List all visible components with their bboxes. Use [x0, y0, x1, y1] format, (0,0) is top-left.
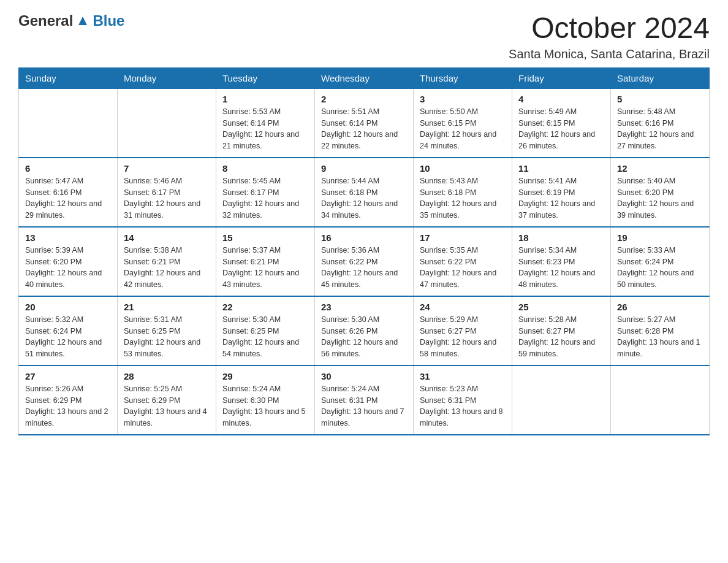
- calendar-cell: 13Sunrise: 5:39 AMSunset: 6:20 PMDayligh…: [19, 227, 118, 296]
- calendar-cell: 29Sunrise: 5:24 AMSunset: 6:30 PMDayligh…: [216, 366, 315, 435]
- day-info: Sunrise: 5:23 AMSunset: 6:31 PMDaylight:…: [420, 383, 506, 429]
- day-number: 8: [222, 163, 308, 174]
- col-monday: Monday: [118, 67, 216, 88]
- day-number: 15: [222, 232, 308, 243]
- day-info: Sunrise: 5:30 AMSunset: 6:26 PMDaylight:…: [321, 314, 407, 360]
- day-info: Sunrise: 5:48 AMSunset: 6:16 PMDaylight:…: [617, 106, 703, 152]
- day-number: 6: [25, 163, 111, 174]
- month-title: October 2024: [509, 12, 710, 45]
- day-number: 31: [420, 371, 506, 381]
- day-info: Sunrise: 5:24 AMSunset: 6:30 PMDaylight:…: [222, 383, 308, 429]
- day-number: 9: [321, 163, 407, 174]
- day-number: 3: [420, 94, 506, 104]
- day-info: Sunrise: 5:29 AMSunset: 6:27 PMDaylight:…: [420, 314, 506, 360]
- calendar-cell: [118, 88, 216, 158]
- col-tuesday: Tuesday: [216, 67, 315, 88]
- calendar-week-1: 1Sunrise: 5:53 AMSunset: 6:14 PMDaylight…: [19, 88, 710, 158]
- logo-triangle-icon: [76, 14, 89, 28]
- calendar-cell: 2Sunrise: 5:51 AMSunset: 6:14 PMDaylight…: [315, 88, 414, 158]
- day-number: 5: [617, 94, 703, 104]
- calendar-cell: 22Sunrise: 5:30 AMSunset: 6:25 PMDayligh…: [216, 296, 315, 366]
- day-number: 23: [321, 302, 407, 312]
- calendar-cell: 24Sunrise: 5:29 AMSunset: 6:27 PMDayligh…: [414, 296, 512, 366]
- day-info: Sunrise: 5:24 AMSunset: 6:31 PMDaylight:…: [321, 383, 407, 429]
- calendar-table: Sunday Monday Tuesday Wednesday Thursday…: [18, 67, 710, 435]
- calendar-cell: 21Sunrise: 5:31 AMSunset: 6:25 PMDayligh…: [118, 296, 216, 366]
- calendar-cell: 30Sunrise: 5:24 AMSunset: 6:31 PMDayligh…: [315, 366, 414, 435]
- calendar-cell: 5Sunrise: 5:48 AMSunset: 6:16 PMDaylight…: [611, 88, 710, 158]
- calendar-cell: [611, 366, 710, 435]
- calendar-cell: 10Sunrise: 5:43 AMSunset: 6:18 PMDayligh…: [414, 158, 512, 227]
- day-info: Sunrise: 5:49 AMSunset: 6:15 PMDaylight:…: [518, 106, 604, 152]
- day-info: Sunrise: 5:47 AMSunset: 6:16 PMDaylight:…: [25, 175, 111, 221]
- day-info: Sunrise: 5:50 AMSunset: 6:15 PMDaylight:…: [420, 106, 506, 152]
- day-info: Sunrise: 5:46 AMSunset: 6:17 PMDaylight:…: [124, 175, 210, 221]
- day-number: 27: [25, 371, 111, 381]
- day-number: 20: [25, 302, 111, 312]
- calendar-week-3: 13Sunrise: 5:39 AMSunset: 6:20 PMDayligh…: [19, 227, 710, 296]
- calendar-cell: 6Sunrise: 5:47 AMSunset: 6:16 PMDaylight…: [19, 158, 118, 227]
- day-info: Sunrise: 5:53 AMSunset: 6:14 PMDaylight:…: [222, 106, 308, 152]
- col-sunday: Sunday: [19, 67, 118, 88]
- day-info: Sunrise: 5:27 AMSunset: 6:28 PMDaylight:…: [617, 314, 703, 360]
- day-info: Sunrise: 5:35 AMSunset: 6:22 PMDaylight:…: [420, 245, 506, 291]
- day-info: Sunrise: 5:33 AMSunset: 6:24 PMDaylight:…: [617, 245, 703, 291]
- day-number: 19: [617, 232, 703, 243]
- day-info: Sunrise: 5:44 AMSunset: 6:18 PMDaylight:…: [321, 175, 407, 221]
- day-info: Sunrise: 5:34 AMSunset: 6:23 PMDaylight:…: [518, 245, 604, 291]
- day-number: 11: [518, 163, 604, 174]
- calendar-cell: 4Sunrise: 5:49 AMSunset: 6:15 PMDaylight…: [512, 88, 611, 158]
- day-info: Sunrise: 5:36 AMSunset: 6:22 PMDaylight:…: [321, 245, 407, 291]
- day-number: 26: [617, 302, 703, 312]
- calendar-cell: 27Sunrise: 5:26 AMSunset: 6:29 PMDayligh…: [19, 366, 118, 435]
- day-info: Sunrise: 5:43 AMSunset: 6:18 PMDaylight:…: [420, 175, 506, 221]
- calendar-cell: 26Sunrise: 5:27 AMSunset: 6:28 PMDayligh…: [611, 296, 710, 366]
- day-info: Sunrise: 5:40 AMSunset: 6:20 PMDaylight:…: [617, 175, 703, 221]
- col-saturday: Saturday: [611, 67, 710, 88]
- calendar-cell: 12Sunrise: 5:40 AMSunset: 6:20 PMDayligh…: [611, 158, 710, 227]
- day-number: 2: [321, 94, 407, 104]
- calendar-week-5: 27Sunrise: 5:26 AMSunset: 6:29 PMDayligh…: [19, 366, 710, 435]
- calendar-cell: 14Sunrise: 5:38 AMSunset: 6:21 PMDayligh…: [118, 227, 216, 296]
- day-number: 29: [222, 371, 308, 381]
- day-info: Sunrise: 5:41 AMSunset: 6:19 PMDaylight:…: [518, 175, 604, 221]
- calendar-cell: 15Sunrise: 5:37 AMSunset: 6:21 PMDayligh…: [216, 227, 315, 296]
- calendar-header-row: Sunday Monday Tuesday Wednesday Thursday…: [19, 67, 710, 88]
- day-number: 7: [124, 163, 210, 174]
- calendar-cell: 17Sunrise: 5:35 AMSunset: 6:22 PMDayligh…: [414, 227, 512, 296]
- logo-blue-text: Blue: [93, 12, 124, 29]
- calendar-cell: 11Sunrise: 5:41 AMSunset: 6:19 PMDayligh…: [512, 158, 611, 227]
- day-number: 17: [420, 232, 506, 243]
- page-header: General Blue October 2024 Santa Monica, …: [18, 12, 710, 61]
- calendar-cell: 3Sunrise: 5:50 AMSunset: 6:15 PMDaylight…: [414, 88, 512, 158]
- day-info: Sunrise: 5:25 AMSunset: 6:29 PMDaylight:…: [124, 383, 210, 429]
- day-info: Sunrise: 5:38 AMSunset: 6:21 PMDaylight:…: [124, 245, 210, 291]
- day-number: 18: [518, 232, 604, 243]
- calendar-cell: 1Sunrise: 5:53 AMSunset: 6:14 PMDaylight…: [216, 88, 315, 158]
- title-block: October 2024 Santa Monica, Santa Catarin…: [509, 12, 710, 61]
- day-info: Sunrise: 5:45 AMSunset: 6:17 PMDaylight:…: [222, 175, 308, 221]
- day-number: 14: [124, 232, 210, 243]
- calendar-cell: 9Sunrise: 5:44 AMSunset: 6:18 PMDaylight…: [315, 158, 414, 227]
- calendar-cell: 18Sunrise: 5:34 AMSunset: 6:23 PMDayligh…: [512, 227, 611, 296]
- location-title: Santa Monica, Santa Catarina, Brazil: [509, 47, 710, 61]
- day-number: 21: [124, 302, 210, 312]
- day-info: Sunrise: 5:28 AMSunset: 6:27 PMDaylight:…: [518, 314, 604, 360]
- day-number: 10: [420, 163, 506, 174]
- day-number: 30: [321, 371, 407, 381]
- calendar-cell: 19Sunrise: 5:33 AMSunset: 6:24 PMDayligh…: [611, 227, 710, 296]
- calendar-cell: 25Sunrise: 5:28 AMSunset: 6:27 PMDayligh…: [512, 296, 611, 366]
- day-info: Sunrise: 5:26 AMSunset: 6:29 PMDaylight:…: [25, 383, 111, 429]
- calendar-week-2: 6Sunrise: 5:47 AMSunset: 6:16 PMDaylight…: [19, 158, 710, 227]
- day-number: 13: [25, 232, 111, 243]
- calendar-week-4: 20Sunrise: 5:32 AMSunset: 6:24 PMDayligh…: [19, 296, 710, 366]
- day-info: Sunrise: 5:32 AMSunset: 6:24 PMDaylight:…: [25, 314, 111, 360]
- day-number: 1: [222, 94, 308, 104]
- day-number: 22: [222, 302, 308, 312]
- day-number: 25: [518, 302, 604, 312]
- col-thursday: Thursday: [414, 67, 512, 88]
- day-number: 24: [420, 302, 506, 312]
- day-info: Sunrise: 5:30 AMSunset: 6:25 PMDaylight:…: [222, 314, 308, 360]
- day-info: Sunrise: 5:37 AMSunset: 6:21 PMDaylight:…: [222, 245, 308, 291]
- col-wednesday: Wednesday: [315, 67, 414, 88]
